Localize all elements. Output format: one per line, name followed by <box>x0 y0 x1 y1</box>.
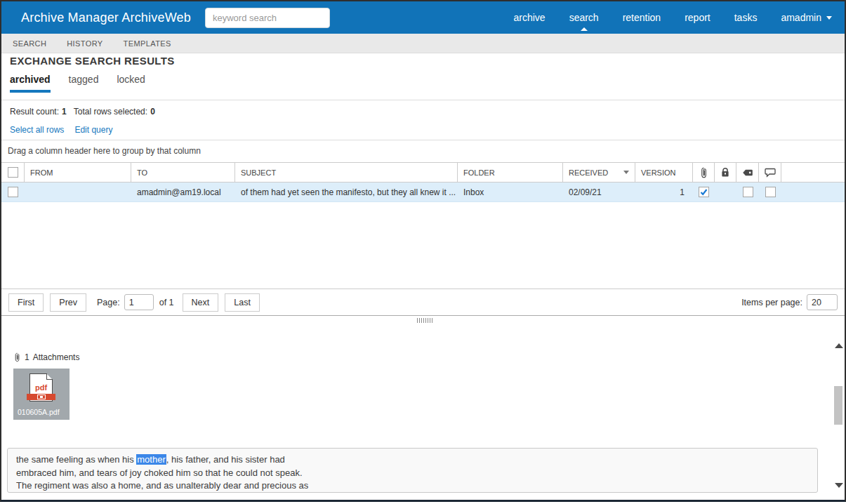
attachments-label: Attachments <box>33 352 80 362</box>
select-all-rows-link[interactable]: Select all rows <box>10 125 64 135</box>
attachments-header: 1 Attachments <box>13 352 79 362</box>
select-all-checkbox[interactable] <box>8 167 18 178</box>
scrollbar-down-icon[interactable] <box>835 483 843 488</box>
preview-line-2: embraced him, and tears of joy choked hi… <box>16 467 809 480</box>
action-links: Select all rows Edit query <box>10 125 112 135</box>
user-name: amadmin <box>781 12 821 23</box>
column-header-received[interactable]: RECEIVED <box>563 163 635 182</box>
column-header-to[interactable]: TO <box>131 163 235 182</box>
divider <box>1 140 845 140</box>
nav-archive[interactable]: archive <box>513 12 545 23</box>
preview-line-1: the same feeling as when his mother, his… <box>16 453 809 467</box>
app-title: Archive Manager ArchiveWeb <box>21 11 191 25</box>
subnav-search[interactable]: SEARCH <box>13 39 46 48</box>
nav-search[interactable]: search <box>569 12 599 23</box>
paperclip-icon <box>699 167 708 178</box>
search-hit-highlight: mother <box>136 454 166 465</box>
attachment-file-name: 010605A.pdf <box>18 408 60 416</box>
page-number-input[interactable] <box>124 294 154 310</box>
cell-to: amadmin@am19.local <box>131 183 235 201</box>
nav-retention[interactable]: retention <box>623 12 661 23</box>
group-by-hint[interactable]: Drag a column header here to group by th… <box>8 146 201 156</box>
rows-selected-label: Total rows selected:0 <box>74 107 155 117</box>
tag-icon <box>742 168 753 177</box>
items-per-page-label: Items per page: <box>741 298 802 307</box>
cell-subject: of them had yet seen the manifesto, but … <box>235 183 458 201</box>
sort-caret-icon[interactable] <box>623 171 629 174</box>
cell-from <box>25 183 131 201</box>
grid-header: FROM TO SUBJECT FOLDER RECEIVED VERSION <box>1 162 845 183</box>
result-tabs: archived tagged locked <box>10 74 145 93</box>
column-header-filler <box>781 163 845 182</box>
scrollbar-up-icon[interactable] <box>835 343 843 348</box>
top-nav: archive search retention report tasks am… <box>513 1 832 34</box>
sub-nav: SEARCH HISTORY TEMPLATES <box>1 34 845 53</box>
archiveweb-window: Archive Manager ArchiveWeb archive searc… <box>0 0 846 502</box>
column-header-comment[interactable] <box>759 163 781 182</box>
subnav-templates[interactable]: TEMPLATES <box>124 39 171 48</box>
first-page-button[interactable]: First <box>8 293 44 312</box>
divider <box>1 100 845 100</box>
cell-attachment <box>693 183 715 201</box>
column-header-subject[interactable]: SUBJECT <box>235 163 458 182</box>
page-title: EXCHANGE SEARCH RESULTS <box>10 55 175 67</box>
nav-report[interactable]: report <box>685 12 710 23</box>
top-bar: Archive Manager ArchiveWeb archive searc… <box>1 1 845 34</box>
items-per-page-input[interactable] <box>807 294 838 310</box>
pager-bar: First Prev Page: of 1 Next Last Items pe… <box>1 289 845 316</box>
tag-checkbox[interactable] <box>743 187 753 197</box>
tab-tagged[interactable]: tagged <box>69 74 99 93</box>
column-header-folder[interactable]: FOLDER <box>458 163 563 182</box>
result-count-label: Result count:1 <box>10 107 67 117</box>
keyword-search-input[interactable] <box>205 8 330 28</box>
rows-selected-value: 0 <box>150 107 155 117</box>
cell-lock <box>715 183 736 201</box>
paperclip-icon <box>13 352 21 362</box>
comment-bubble-icon <box>765 168 776 178</box>
splitter-grip[interactable] <box>417 318 432 323</box>
cell-filler <box>781 183 845 201</box>
column-header-version[interactable]: VERSION <box>635 163 693 182</box>
page-label: Page: <box>97 298 120 307</box>
cell-version: 1 <box>635 183 693 201</box>
result-summary: Result count:1 Total rows selected:0 <box>10 107 155 117</box>
last-page-button[interactable]: Last <box>225 293 260 312</box>
column-header-attachment[interactable] <box>693 163 715 182</box>
chevron-down-icon <box>826 16 832 20</box>
active-nav-indicator-icon <box>581 27 588 31</box>
cell-received: 02/09/21 <box>563 183 635 201</box>
cell-folder: Inbox <box>458 183 563 201</box>
attachment-thumbnail[interactable]: pdf 010605A.pdf <box>13 369 70 420</box>
prev-page-button[interactable]: Prev <box>50 293 86 312</box>
select-all-checkbox-cell <box>1 163 25 182</box>
nav-tasks[interactable]: tasks <box>734 12 758 23</box>
pdf-band <box>27 394 55 400</box>
lock-icon <box>720 167 730 178</box>
next-page-button[interactable]: Next <box>183 293 219 312</box>
comment-checkbox[interactable] <box>765 187 776 197</box>
cell-tag <box>736 183 759 201</box>
column-header-from[interactable]: FROM <box>25 163 131 182</box>
scrollbar-thumb[interactable] <box>834 386 842 425</box>
cell-comment <box>759 183 781 201</box>
preview-line-3: The regiment was also a home, and as una… <box>16 479 809 493</box>
row-select-cell <box>1 183 25 201</box>
column-header-tag[interactable] <box>736 163 759 182</box>
items-per-page: Items per page: <box>741 294 838 310</box>
attachments-count: 1 <box>25 352 29 362</box>
message-preview[interactable]: the same feeling as when his mother, his… <box>7 448 818 493</box>
user-menu[interactable]: amadmin <box>781 12 832 23</box>
tab-archived[interactable]: archived <box>10 74 51 93</box>
edit-query-link[interactable]: Edit query <box>74 125 112 135</box>
page-of-label: of 1 <box>159 298 174 307</box>
column-header-lock[interactable] <box>715 163 736 182</box>
tab-locked[interactable]: locked <box>117 74 145 93</box>
attachment-checkbox[interactable] <box>699 187 709 197</box>
pdf-badge: pdf <box>30 383 52 392</box>
result-row[interactable]: amadmin@am19.local of them had yet seen … <box>1 183 845 202</box>
subnav-history[interactable]: HISTORY <box>67 39 103 48</box>
result-count-value: 1 <box>62 107 67 117</box>
row-select-checkbox[interactable] <box>8 187 18 197</box>
